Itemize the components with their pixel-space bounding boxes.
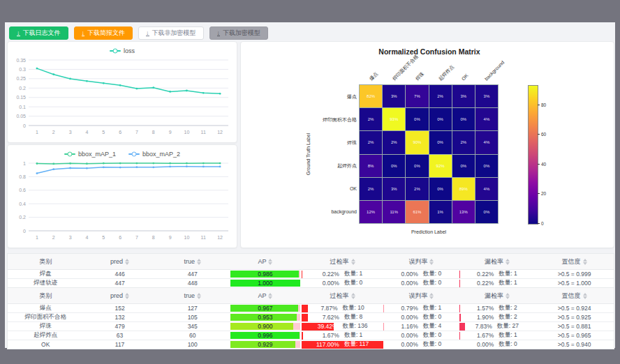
colorbar — [528, 85, 538, 225]
rate-cell: 7.83%数量: 27 — [459, 322, 536, 331]
confusion-matrix-cell: 13% — [452, 201, 475, 223]
rate-cell: 0.00%数量: 0 — [383, 279, 459, 287]
download-encrypted-model-button[interactable]: ↓ 下载加密模型 — [209, 26, 269, 40]
confusion-matrix-cell: 2% — [406, 178, 428, 200]
sort-carets-icon[interactable] — [505, 259, 510, 265]
sort-carets-icon[interactable] — [351, 259, 355, 265]
confusion-matrix-cell: 2% — [452, 131, 475, 153]
svg-text:0: 0 — [23, 123, 26, 128]
pred-cell: 132 — [84, 313, 156, 321]
table-header-6[interactable]: 漏检率 — [459, 288, 536, 303]
table-header-1[interactable]: pred — [84, 288, 156, 303]
table-header-2[interactable]: true — [156, 254, 229, 269]
confusion-matrix-cell: 0% — [406, 108, 428, 130]
svg-text:11: 11 — [201, 130, 206, 135]
true-cell: 100 — [156, 340, 229, 349]
sort-carets-icon[interactable] — [125, 259, 129, 265]
table-header-7[interactable]: 置信度 — [535, 254, 614, 269]
rate-cell: 0.00%数量: 0 — [383, 313, 459, 321]
true-cell: 105 — [156, 313, 229, 321]
svg-text:4: 4 — [85, 130, 88, 135]
ap-cell: 0.996 — [229, 331, 302, 340]
svg-text:12: 12 — [217, 130, 223, 135]
download-report-button[interactable]: ↓ 下载简报文件 — [74, 26, 133, 40]
confusion-matrix-cell: 89% — [452, 178, 475, 200]
pred-cell: 479 — [84, 322, 156, 331]
legend-item-bbox-map-1[interactable]: bbox_mAP_1 — [64, 151, 116, 158]
loss-line-chart: 00.050.10.150.20.250.30.3512345678910111… — [8, 56, 237, 144]
sort-carets-icon[interactable] — [268, 259, 272, 265]
sort-carets-icon[interactable] — [429, 259, 434, 265]
table-header-3[interactable]: AP — [229, 254, 302, 269]
pred-cell: 152 — [84, 304, 156, 312]
rate-cell: 1.67%数量: 1 — [302, 331, 383, 340]
matrix-row-label: background — [301, 208, 357, 215]
loss-chart-card: loss 00.050.10.150.20.250.30.35123456789… — [7, 41, 237, 143]
map-line-chart: 00.20.40.60.81123456789101112 — [8, 159, 237, 249]
rate-cell: 7.87%数量: 10 — [302, 304, 383, 312]
svg-text:1: 1 — [23, 161, 26, 166]
colorbar-tick-label: 0 — [541, 221, 544, 226]
confusion-matrix-cell: 11% — [383, 201, 405, 223]
confusion-matrix-cell: 2% — [429, 85, 452, 107]
sort-carets-icon[interactable] — [351, 293, 355, 299]
true-cell: 447 — [156, 270, 229, 278]
sort-carets-icon[interactable] — [583, 293, 587, 299]
table-header-5[interactable]: 误判率 — [383, 254, 459, 269]
sort-carets-icon[interactable] — [583, 259, 587, 265]
rate-cell: 1.90%数量: 2 — [459, 313, 536, 321]
sort-carets-icon[interactable] — [197, 259, 201, 265]
table-header-0: 类别 — [8, 288, 84, 303]
confusion-matrix-cell: 0% — [406, 155, 428, 177]
table-header-6[interactable]: 漏检率 — [459, 254, 536, 269]
pred-cell: 446 — [84, 270, 156, 278]
table-header-row: 类别predtrueAP过检率误判率漏检率置信度 — [8, 288, 614, 304]
confusion-matrix-cell: 0% — [452, 155, 475, 177]
legend-item-bbox-map-2[interactable]: bbox_mAP_2 — [128, 151, 180, 158]
table-header-4[interactable]: 过检率 — [302, 254, 383, 269]
rate-cell: 0.22%数量: 1 — [459, 270, 536, 278]
svg-text:0.25: 0.25 — [16, 76, 26, 81]
table-header-row: 类别predtrueAP过检率误判率漏检率置信度 — [8, 254, 614, 270]
sort-carets-icon[interactable] — [268, 293, 272, 299]
download-plain-model-label: 下载非加密模型 — [152, 29, 196, 38]
rate-cell: 0.22%数量: 1 — [459, 279, 536, 287]
table-header-2[interactable]: true — [156, 288, 229, 303]
download-log-button[interactable]: ↓ 下载日志文件 — [9, 26, 68, 40]
matrix-column-label: 爆点 — [367, 70, 379, 82]
sort-carets-icon[interactable] — [197, 293, 201, 299]
rate-cell: 0.00%数量: 0 — [302, 279, 383, 287]
pred-cell: 447 — [84, 279, 156, 287]
matrix-row-label: 焊印面积不合格 — [301, 116, 357, 123]
table-header-7[interactable]: 置信度 — [535, 288, 614, 303]
confusion-matrix-cell: 0% — [475, 155, 498, 177]
confusion-matrix-cell: 0% — [452, 108, 475, 130]
svg-text:6: 6 — [119, 130, 121, 135]
table-header-3[interactable]: AP — [229, 288, 302, 303]
table-header-1[interactable]: pred — [84, 254, 156, 269]
sort-carets-icon[interactable] — [429, 293, 434, 299]
matrix-column-label: 焊珠 — [413, 70, 425, 82]
download-icon: ↓ — [146, 30, 149, 36]
legend-line-icon — [128, 153, 140, 155]
rate-cell: 0.00%数量: 0 — [383, 340, 459, 349]
matrix-column-label: OK — [459, 73, 469, 82]
svg-text:0.3: 0.3 — [19, 67, 26, 72]
download-button-bar: ↓ 下载日志文件 ↓ 下载简报文件 ↓ 下载非加密模型 ↓ 下载加密模型 — [9, 24, 274, 41]
table-header-4[interactable]: 过检率 — [302, 288, 383, 303]
download-report-label: 下载简报文件 — [87, 29, 125, 38]
confusion-matrix-title: Normalized Confusion Matrix — [339, 47, 520, 56]
svg-text:0.6: 0.6 — [19, 188, 26, 192]
confusion-matrix-cell: 61% — [406, 201, 428, 223]
confusion-matrix-cell: 82% — [360, 85, 382, 107]
svg-text:0.2: 0.2 — [19, 86, 26, 91]
legend-item-loss[interactable]: loss — [110, 47, 135, 54]
svg-text:11: 11 — [201, 235, 206, 240]
sort-carets-icon[interactable] — [505, 293, 510, 299]
download-plain-model-button[interactable]: ↓ 下载非加密模型 — [138, 26, 204, 40]
svg-text:12: 12 — [217, 235, 223, 240]
table-header-5[interactable]: 误判率 — [383, 288, 459, 303]
sort-carets-icon[interactable] — [125, 293, 129, 299]
matrix-column-label: 起焊炸点 — [436, 63, 455, 82]
svg-text:2: 2 — [52, 130, 55, 135]
